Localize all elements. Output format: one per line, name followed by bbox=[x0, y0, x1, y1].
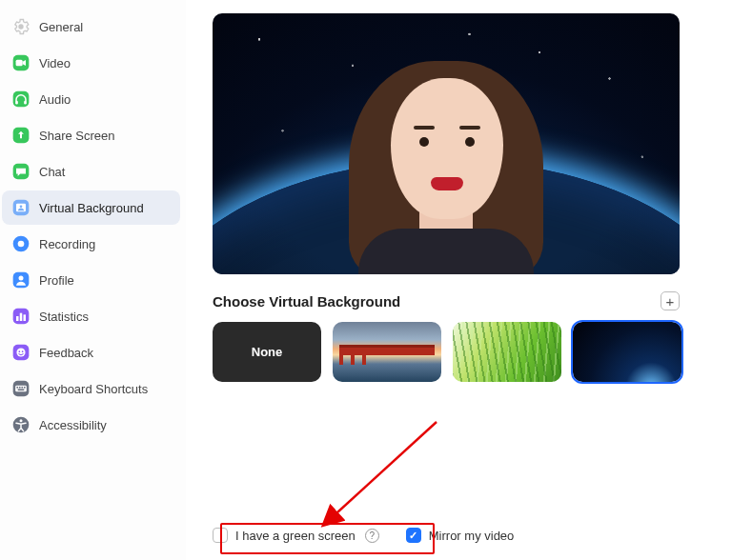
sidebar-item-label: Share Screen bbox=[39, 129, 115, 143]
sidebar-item-audio[interactable]: Audio bbox=[2, 82, 180, 116]
sidebar-item-label: Video bbox=[39, 56, 71, 70]
person-avatar bbox=[332, 36, 560, 274]
sidebar-item-label: Virtual Background bbox=[39, 201, 144, 215]
svg-point-22 bbox=[22, 350, 24, 352]
bg-option-space[interactable] bbox=[573, 322, 681, 382]
svg-rect-26 bbox=[19, 387, 21, 389]
svg-rect-29 bbox=[18, 389, 25, 390]
green-screen-label: I have a green screen bbox=[235, 529, 356, 543]
help-icon[interactable]: ? bbox=[365, 529, 379, 543]
accessibility-icon bbox=[11, 415, 30, 434]
sidebar-item-label: Statistics bbox=[39, 310, 89, 324]
svg-point-14 bbox=[19, 275, 24, 280]
recording-icon bbox=[11, 234, 30, 253]
green-screen-option: I have a green screen ? bbox=[213, 528, 379, 543]
svg-rect-4 bbox=[15, 101, 18, 105]
sidebar-item-chat[interactable]: Chat bbox=[2, 154, 180, 189]
svg-rect-18 bbox=[24, 314, 27, 321]
svg-rect-2 bbox=[16, 60, 23, 67]
sidebar-item-recording[interactable]: Recording bbox=[2, 227, 180, 261]
sidebar-item-video[interactable]: Video bbox=[2, 46, 180, 80]
svg-rect-5 bbox=[24, 101, 27, 105]
section-title: Choose Virtual Background bbox=[213, 293, 400, 310]
bg-option-none[interactable]: None bbox=[213, 322, 321, 382]
sidebar-item-keyboard-shortcuts[interactable]: Keyboard Shortcuts bbox=[2, 371, 180, 406]
sidebar-item-label: Accessibility bbox=[39, 418, 107, 432]
sidebar-item-general[interactable]: General bbox=[2, 10, 180, 44]
svg-rect-25 bbox=[16, 387, 18, 389]
headphones-icon bbox=[11, 90, 30, 109]
sidebar-item-accessibility[interactable]: Accessibility bbox=[2, 408, 180, 442]
bg-option-grass[interactable] bbox=[453, 322, 561, 382]
sidebar-item-label: Recording bbox=[39, 237, 95, 251]
svg-point-21 bbox=[19, 350, 21, 352]
mirror-option: Mirror my video bbox=[406, 528, 515, 543]
sidebar-item-label: Keyboard Shortcuts bbox=[39, 382, 148, 396]
sidebar-item-label: Audio bbox=[39, 92, 71, 107]
sidebar-item-label: Profile bbox=[39, 273, 74, 288]
svg-rect-24 bbox=[15, 386, 27, 392]
share-screen-icon bbox=[11, 126, 30, 145]
sidebar-item-profile[interactable]: Profile bbox=[2, 263, 180, 297]
chat-icon bbox=[11, 162, 30, 181]
svg-point-12 bbox=[18, 241, 25, 248]
svg-point-31 bbox=[20, 419, 23, 422]
svg-rect-17 bbox=[20, 313, 23, 321]
keyboard-icon bbox=[11, 379, 30, 398]
background-thumbnails: None bbox=[213, 322, 680, 382]
plus-icon: + bbox=[666, 294, 675, 309]
sidebar-item-feedback[interactable]: Feedback bbox=[2, 335, 180, 370]
profile-icon bbox=[11, 270, 30, 290]
sidebar-item-virtual-background[interactable]: Virtual Background bbox=[2, 190, 180, 225]
sidebar-item-label: Feedback bbox=[39, 346, 93, 360]
svg-rect-27 bbox=[21, 387, 23, 389]
svg-point-0 bbox=[18, 24, 23, 29]
settings-sidebar: General Video Audio Share Screen Chat Vi… bbox=[0, 0, 186, 560]
video-preview bbox=[213, 13, 680, 274]
bg-option-label: None bbox=[252, 345, 283, 359]
sidebar-item-share-screen[interactable]: Share Screen bbox=[2, 118, 180, 152]
green-screen-checkbox[interactable] bbox=[213, 528, 228, 543]
options-row: I have a green screen ? Mirror my video bbox=[213, 528, 703, 550]
sidebar-item-statistics[interactable]: Statistics bbox=[2, 299, 180, 333]
sidebar-item-label: General bbox=[39, 20, 83, 34]
svg-rect-28 bbox=[24, 387, 26, 389]
statistics-icon bbox=[11, 307, 30, 326]
svg-rect-3 bbox=[13, 91, 30, 108]
mirror-checkbox[interactable] bbox=[406, 528, 421, 543]
sidebar-item-label: Chat bbox=[39, 165, 65, 179]
virtual-bg-icon bbox=[11, 198, 30, 217]
svg-point-20 bbox=[16, 348, 25, 356]
main-panel: Choose Virtual Background + None I have … bbox=[186, 0, 732, 560]
feedback-icon bbox=[11, 343, 30, 362]
settings-icon bbox=[11, 17, 30, 36]
bg-option-bridge[interactable] bbox=[333, 322, 441, 382]
mirror-label: Mirror my video bbox=[429, 529, 515, 543]
add-background-button[interactable]: + bbox=[661, 291, 680, 310]
svg-rect-16 bbox=[16, 316, 19, 321]
video-icon bbox=[11, 53, 30, 72]
svg-point-10 bbox=[20, 205, 23, 208]
